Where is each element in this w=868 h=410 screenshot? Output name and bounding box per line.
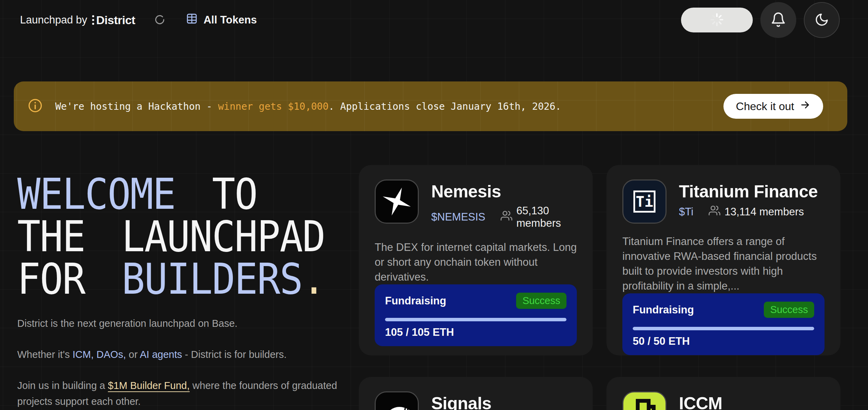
refresh-icon xyxy=(154,14,166,27)
progress-track xyxy=(633,327,814,330)
card-members: 65,130 members xyxy=(501,205,577,230)
nemesis-star-icon xyxy=(375,179,419,224)
card-members: 13,114 members xyxy=(709,205,804,219)
progress-fill xyxy=(633,327,814,330)
hero-section: WELCOME TOTHE LAUNCHPADFOR BUILDERS. Dis… xyxy=(17,173,359,409)
box-outline-icon xyxy=(622,391,667,410)
navbar: Launchpad by District All Tokens xyxy=(0,0,868,40)
moon-icon xyxy=(815,12,829,28)
refresh-button[interactable] xyxy=(154,14,166,27)
fundraising-panel: Fundraising Success 105 / 105 ETH xyxy=(375,284,577,346)
users-icon xyxy=(501,210,512,224)
token-card-signals[interactable]: Signals xyxy=(359,377,593,410)
banner-message: We're hosting a Hackathon - winner gets … xyxy=(55,101,561,112)
bell-icon xyxy=(770,12,786,29)
banner-highlight: winner gets $10,000 xyxy=(218,101,328,112)
users-icon xyxy=(709,205,720,219)
fundraising-panel: Fundraising Success 50 / 50 ETH xyxy=(622,293,825,355)
wallet-loading-button[interactable] xyxy=(681,8,753,32)
card-ticker: $NEMESIS xyxy=(431,211,485,223)
hackathon-banner: We're hosting a Hackathon - winner gets … xyxy=(14,81,847,131)
card-title: Nemesis xyxy=(431,182,577,201)
progress-fill xyxy=(385,318,566,321)
table-icon xyxy=(186,12,198,28)
brand[interactable]: Launchpad by District xyxy=(20,13,135,27)
theme-toggle-button[interactable] xyxy=(804,2,840,38)
token-card-titanium-finance[interactable]: Ti Titanium Finance $Ti xyxy=(606,165,840,355)
hero-heading: WELCOME TOTHE LAUNCHPADFOR BUILDERS. xyxy=(17,173,359,300)
info-icon xyxy=(28,98,43,115)
progress-amount: 105 / 105 ETH xyxy=(385,326,566,339)
district-logo-icon xyxy=(92,15,94,25)
fundraising-label: Fundraising xyxy=(633,304,694,316)
check-it-out-button[interactable]: Check it out xyxy=(723,94,823,119)
builder-fund-link[interactable]: $1M Builder Fund, xyxy=(108,380,190,391)
ti-monogram-icon: Ti xyxy=(622,179,667,224)
token-cards-grid: Nemesis $NEMESIS 65,130 members xyxy=(359,165,840,410)
notifications-button[interactable] xyxy=(760,2,796,38)
progress-track xyxy=(385,318,566,321)
hero-paragraph-2: Whether it's ICM, DAOs, or AI agents - D… xyxy=(17,346,359,362)
progress-amount: 50 / 50 ETH xyxy=(633,335,814,348)
brand-name: District xyxy=(96,13,135,27)
card-title: Titanium Finance xyxy=(679,182,818,201)
status-badge: Success xyxy=(764,302,814,318)
card-description: Titanium Finance offers a range of innov… xyxy=(622,234,825,293)
card-ticker: $Ti xyxy=(679,206,693,218)
nav-all-tokens[interactable]: All Tokens xyxy=(186,12,257,28)
hero-paragraph-3: Join us in building a $1M Builder Fund, … xyxy=(17,378,359,409)
token-card-iccm[interactable]: ICCM xyxy=(606,377,840,410)
spinner-icon xyxy=(710,12,724,28)
hero-paragraph-1: District is the next generation launchpa… xyxy=(17,315,359,331)
card-description: The DEX for internet capital markets. Lo… xyxy=(375,240,577,284)
fundraising-label: Fundraising xyxy=(385,295,446,307)
card-title: Signals xyxy=(431,394,491,410)
token-card-nemesis[interactable]: Nemesis $NEMESIS 65,130 members xyxy=(359,165,593,355)
card-title: ICCM xyxy=(679,394,722,410)
swoosh-icon xyxy=(375,391,419,410)
brand-prefix: Launchpad by xyxy=(20,14,87,26)
arrow-right-icon xyxy=(800,99,811,113)
status-badge: Success xyxy=(516,293,566,309)
nav-all-tokens-label: All Tokens xyxy=(204,14,257,26)
